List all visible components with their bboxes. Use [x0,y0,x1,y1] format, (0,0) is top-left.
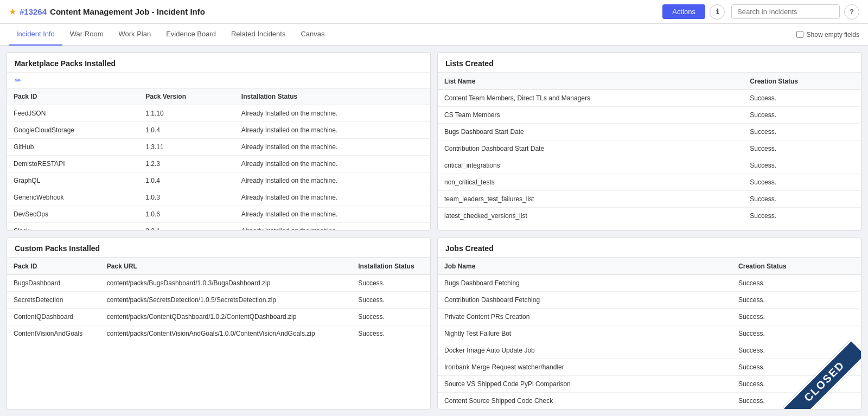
lc-col-creation-status: Creation Status [743,73,861,90]
table-row: latest_checked_versions_listSuccess. [438,208,861,225]
table-row: GitHub1.3.11Already Installed on the mac… [7,139,430,156]
custom-packs-title: Custom Packs Installed [7,238,430,258]
help-button[interactable]: ? [844,4,859,20]
tab-work-plan[interactable]: Work Plan [111,24,158,46]
incident-id: #13264 [20,7,47,16]
table-row: Ironbank Merge Request watcher/handlerSu… [438,359,861,376]
table-row: Slack2.3.1Already Installed on the machi… [7,223,430,231]
table-row: GraphQL1.0.4Already Installed on the mac… [7,172,430,189]
table-row: Docker Image Auto Update JobSuccess. [438,342,861,359]
table-row: Content Team Members, Direct TLs and Man… [438,90,861,107]
table-row: GoogleCloudStorage1.0.4Already Installed… [7,122,430,139]
lc-col-list-name: List Name [438,73,743,90]
table-row: Bugs Dashboard FetchingSuccess. [438,275,861,292]
table-row: Private Content PRs CreationSuccess. [438,309,861,325]
tab-war-room[interactable]: War Room [62,24,111,46]
edit-icon[interactable]: ✏ [7,73,430,88]
header: ★ #13264 Content Management Job - Incide… [0,0,868,24]
tab-canvas[interactable]: Canvas [293,24,332,46]
table-row: BugsDashboardcontent/packs/BugsDashboard… [7,275,430,292]
tab-related-incidents[interactable]: Related Incidents [224,24,293,46]
jobs-created-title: Jobs Created [438,238,861,258]
jobs-created-table-scroll[interactable]: Job Name Creation Status Bugs Dashboard … [438,258,861,409]
page-title: Content Management Job - Incident Info [50,7,662,16]
star-icon: ★ [9,7,16,17]
custom-packs-panel: Custom Packs Installed Pack ID Pack URL … [7,237,431,409]
table-row: SecretsDetectioncontent/packs/SecretsDet… [7,292,430,309]
table-row: Nightly Test Failure BotSuccess. [438,325,861,342]
search-input[interactable] [731,4,840,19]
mp-col-pack-id: Pack ID [7,88,139,105]
marketplace-packs-panel: Marketplace Packs Installed ✏ Pack ID Pa… [7,52,431,231]
table-row: team_leaders_test_failures_listSuccess. [438,191,861,208]
custom-packs-table: Pack ID Pack URL Installation Status Bug… [7,258,430,342]
show-empty-label: Show empty fields [807,31,859,39]
custom-packs-table-scroll[interactable]: Pack ID Pack URL Installation Status Bug… [7,258,430,342]
table-row: critical_integrationsSuccess. [438,157,861,174]
table-row: non_critical_testsSuccess. [438,174,861,191]
table-row: ContentQDashboardcontent/packs/ContentQD… [7,309,430,325]
lists-created-title: Lists Created [438,53,861,73]
table-row: DevSecOps1.0.6Already Installed on the m… [7,206,430,223]
lists-created-panel: Lists Created List Name Creation Status … [437,52,861,231]
tabs-bar: Incident Info War Room Work Plan Evidenc… [0,24,868,46]
info-button[interactable]: ℹ [710,4,725,20]
table-row: CS Team MembersSuccess. [438,107,861,124]
jobs-created-table: Job Name Creation Status Bugs Dashboard … [438,258,861,409]
table-row: Contribution Dashboard Start DateSuccess… [438,140,861,157]
show-empty-checkbox[interactable] [796,31,803,38]
table-row: DemistoRESTAPI1.2.3Already Installed on … [7,156,430,172]
tab-evidence-board[interactable]: Evidence Board [158,24,224,46]
cp-col-pack-id: Pack ID [7,258,100,275]
lists-created-table-scroll[interactable]: List Name Creation Status Content Team M… [438,73,861,224]
cp-col-install-status: Installation Status [352,258,430,275]
show-empty-fields: Show empty fields [796,31,859,39]
marketplace-packs-table: Pack ID Pack Version Installation Status… [7,88,430,230]
table-row: GenericWebhook1.0.3Already Installed on … [7,189,430,206]
marketplace-packs-table-scroll[interactable]: Pack ID Pack Version Installation Status… [7,88,430,230]
table-row: FeedJSON1.1.10Already Installed on the m… [7,105,430,122]
jc-col-creation-status: Creation Status [732,258,861,275]
tab-incident-info[interactable]: Incident Info [9,24,62,46]
main-content: Marketplace Packs Installed ✏ Pack ID Pa… [0,46,868,416]
cp-col-pack-url: Pack URL [100,258,352,275]
actions-button[interactable]: Actions [662,4,705,19]
mp-col-install-status: Installation Status [235,88,430,105]
lists-created-table: List Name Creation Status Content Team M… [438,73,861,224]
table-row: Source VS Shipped Code PyPi ComparisonSu… [438,376,861,393]
table-row: ContentVisionAndGoalscontent/packs/Conte… [7,325,430,342]
jc-col-job-name: Job Name [438,258,732,275]
table-row: Contribution Dashboard FetchingSuccess. [438,292,861,309]
mp-col-pack-version: Pack Version [139,88,235,105]
jobs-created-panel: Jobs Created Job Name Creation Status Bu… [437,237,861,409]
marketplace-packs-title: Marketplace Packs Installed [7,53,430,73]
table-row: Bugs Dashboard Start DateSuccess. [438,124,861,140]
